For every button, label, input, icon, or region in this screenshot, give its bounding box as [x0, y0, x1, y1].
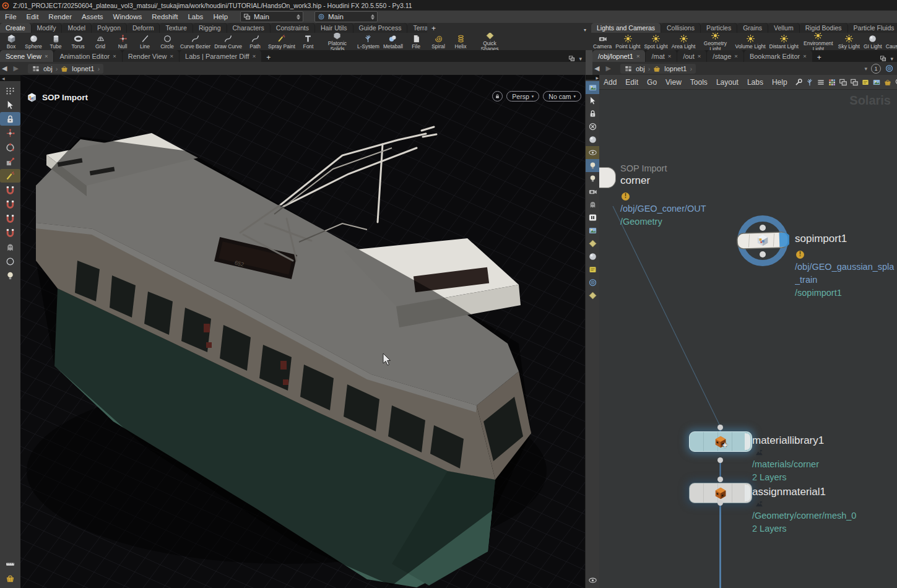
menu-item[interactable]: Edit — [22, 11, 44, 23]
main-take-selector[interactable]: Main — [314, 11, 378, 22]
no-cam-button[interactable]: No cam▾ — [543, 91, 581, 102]
viewport-tool-icon[interactable] — [0, 183, 20, 197]
pane-tab[interactable]: Render View× — [123, 50, 180, 62]
shelf-tool[interactable]: File — [405, 34, 427, 50]
shelf-tool[interactable]: Torus — [67, 34, 89, 50]
shelf-tab[interactable]: Hair Utils — [315, 23, 353, 33]
shelf-tool[interactable]: Circle — [156, 34, 178, 50]
pane-maximize-icon[interactable] — [880, 55, 886, 62]
shelf-tool[interactable]: Null — [111, 34, 134, 50]
warning-icon[interactable]: ! — [622, 192, 630, 201]
display-option-icon[interactable] — [586, 81, 600, 94]
viewport-tool-icon[interactable] — [0, 155, 20, 168]
shelf-tab[interactable]: Vellum — [768, 23, 800, 33]
shelf-tool[interactable]: Grid — [89, 34, 111, 50]
shelf-tool[interactable]: Area Light — [670, 34, 698, 50]
pane-menu-icon[interactable]: ▾ — [579, 56, 582, 62]
shelf-tool[interactable]: Geometry Light — [697, 33, 733, 50]
node-flag-column[interactable] — [745, 485, 750, 501]
viewport-tool-icon[interactable] — [0, 240, 20, 254]
shelf-tab[interactable]: Model — [62, 23, 92, 33]
new-pane-tab-button[interactable]: + — [262, 53, 275, 62]
viewport-tool-icon[interactable] — [0, 169, 20, 183]
display-option-icon[interactable] — [586, 263, 600, 276]
shelf-tab[interactable]: Rigid Bodies — [800, 23, 848, 33]
node-materiallibrary1-body[interactable]: + — [689, 431, 752, 452]
pane-tab[interactable]: /stage× — [707, 50, 744, 62]
shelf-tool[interactable]: GI Light — [862, 34, 884, 50]
pane-tab[interactable]: /obj/lopnet1× — [592, 50, 646, 62]
shelf-tool[interactable]: Volume Light — [733, 34, 767, 50]
pane-maximize-icon[interactable] — [568, 55, 575, 62]
scene-viewport[interactable]: SOP Import 652 Persp▾ No cam▾ — [20, 75, 585, 588]
shelf-tool[interactable]: Environment Light — [800, 33, 836, 50]
toolbar-expand-icon[interactable]: ▶ — [586, 75, 600, 80]
shelf-tool[interactable]: Path — [244, 34, 266, 50]
node-name-label[interactable]: corner — [620, 174, 706, 187]
viewport-tool-icon[interactable] — [0, 141, 20, 154]
nav-forward-icon[interactable]: ▶ — [604, 64, 612, 72]
close-tab-icon[interactable]: × — [734, 53, 738, 59]
snapshot-target-icon[interactable] — [885, 64, 894, 73]
shelf-tab[interactable]: Particles — [701, 23, 737, 33]
display-option-icon[interactable] — [586, 250, 600, 263]
shelf-tool[interactable]: Spot Light — [642, 34, 669, 50]
viewport-tool-icon[interactable] — [0, 84, 20, 97]
shelf-tab[interactable]: Polygon — [92, 23, 127, 33]
camera-lock-button[interactable] — [492, 91, 503, 102]
display-option-icon[interactable] — [586, 237, 600, 250]
node-output-dot[interactable] — [717, 500, 723, 506]
shelf-tab[interactable]: Modify — [32, 23, 63, 33]
shelf-tool[interactable]: Point Light — [613, 34, 642, 50]
shelf-tool[interactable]: Platonic Solids — [319, 33, 355, 50]
display-option-icon[interactable] — [586, 198, 600, 211]
shelf-tool[interactable]: Caustic Light — [884, 34, 897, 50]
close-tab-icon[interactable]: × — [698, 53, 701, 59]
viewport-tool-icon[interactable] — [0, 557, 20, 571]
network-editor[interactable]: Solaris AddEditGoViewToolsLayoutLabsHelp… — [599, 75, 897, 588]
close-tab-icon[interactable]: × — [803, 53, 807, 59]
display-option-icon[interactable] — [586, 574, 600, 587]
menu-item[interactable]: Help — [208, 11, 233, 23]
shelf-tab[interactable]: Terrain FX — [407, 23, 427, 33]
pane-tab[interactable]: Bookmark Editor× — [744, 50, 813, 62]
display-option-icon[interactable] — [586, 224, 600, 237]
viewport-tool-icon[interactable] — [0, 254, 20, 268]
breadcrumb-item[interactable]: lopnet1› — [652, 64, 692, 73]
shelf-tab[interactable]: Deform — [127, 23, 160, 33]
menu-item[interactable]: Windows — [108, 11, 147, 23]
close-tab-icon[interactable]: × — [113, 53, 116, 59]
persp-view-button[interactable]: Persp▾ — [506, 91, 539, 102]
node-name-label[interactable]: assignmaterial1 — [752, 485, 856, 498]
shelf-tool[interactable]: L-System — [355, 34, 381, 50]
shelf-tool[interactable]: Font — [297, 34, 319, 50]
shelf-tab[interactable]: Texture — [160, 23, 193, 33]
node-flag-column[interactable] — [745, 433, 750, 450]
display-option-icon[interactable] — [586, 172, 600, 185]
menu-item[interactable]: Render — [43, 11, 77, 23]
display-option-icon[interactable] — [586, 211, 600, 224]
shelf-tool[interactable]: Helix — [449, 34, 472, 50]
jump-count-badge[interactable]: 1 — [871, 64, 881, 74]
path-menu-icon[interactable]: ▾ — [864, 66, 867, 72]
viewport-tool-icon[interactable] — [0, 212, 20, 225]
node-input-dot[interactable] — [717, 477, 723, 482]
viewport-tool-icon[interactable] — [0, 112, 20, 126]
shelf-tab[interactable]: Characters — [227, 23, 271, 33]
display-option-icon[interactable] — [586, 289, 600, 302]
spinner-icon[interactable] — [297, 14, 300, 20]
close-tab-icon[interactable]: × — [45, 53, 48, 59]
display-option-icon[interactable] — [586, 276, 600, 289]
shelf-tab[interactable]: Create — [0, 23, 32, 33]
shelf-overflow-button[interactable]: ▾ — [584, 27, 591, 33]
shelf-tool[interactable]: Sky Light — [836, 34, 862, 50]
node-corner-body[interactable] — [599, 167, 616, 188]
shelf-tool[interactable]: Distant Light — [768, 34, 800, 50]
shelf-tool[interactable]: Metaball — [381, 34, 405, 50]
pane-divider[interactable] — [586, 50, 592, 75]
shelf-tool[interactable]: Sphere — [22, 34, 45, 50]
display-option-icon[interactable] — [586, 185, 600, 198]
shelf-tab[interactable]: Rigging — [193, 23, 227, 33]
shelf-tool[interactable]: Spray Paint — [266, 34, 297, 50]
warning-icon[interactable]: ! — [796, 251, 804, 259]
